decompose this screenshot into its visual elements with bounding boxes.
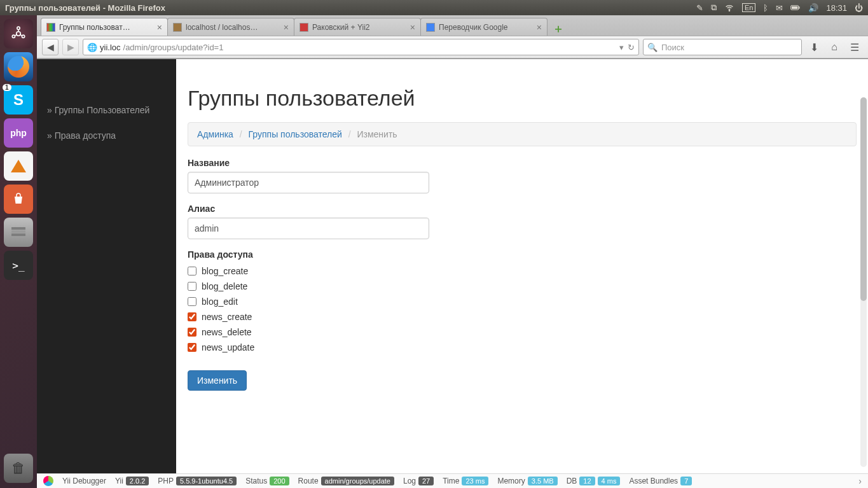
clock[interactable]: 18:31 [826,3,847,13]
volume-icon[interactable]: 🔊 [808,3,818,13]
log-count: 27 [418,477,434,485]
field-alias: Алиас [188,204,857,239]
svg-point-5 [17,27,20,29]
permission-checkbox[interactable] [188,328,196,337]
status-code: 200 [270,477,289,485]
breadcrumb-link[interactable]: Группы пользователей [249,129,342,139]
submit-button[interactable]: Изменить [188,370,247,391]
sidebar-item-groups[interactable]: » Группы Пользователей [37,97,176,123]
downloads-button[interactable]: ⬇ [806,39,822,55]
close-icon[interactable]: × [157,22,162,32]
search-icon: 🔍 [647,43,658,52]
breadcrumb: Админка / Группы пользователей / Изменит… [188,122,857,146]
feather-icon[interactable]: ✎ [696,3,703,13]
permission-row: blog_delete [188,279,857,294]
close-icon[interactable]: × [537,22,542,32]
svg-rect-11 [11,227,25,230]
url-bar[interactable]: 🌐 yii.loc/admin/groups/update?id=1 ▾↻ [83,39,639,55]
memory-value: 3.5 MB [528,477,558,485]
close-icon[interactable]: × [410,22,415,32]
tab-label: localhost / localhos… [186,23,258,32]
yii-version: 2.0.2 [126,477,149,485]
history-dropdown-icon[interactable]: ▾ [619,43,624,52]
bluetooth-icon[interactable]: ᛒ [763,3,768,13]
window-title: Группы пользователей - Mozilla Firefox [5,3,696,13]
tab-label: Группы пользоват… [59,23,130,32]
globe-icon: 🌐 [87,43,97,52]
permission-row: news_update [188,340,857,355]
sidebar-item-permissions[interactable]: » Права доступа [37,123,176,148]
alias-label: Алиас [188,204,857,214]
name-input[interactable] [188,172,429,193]
browser-tab[interactable]: Раковский + Yii2 × [294,18,421,36]
breadcrumb-link[interactable]: Админка [197,129,233,139]
db-count: 12 [579,477,595,485]
launcher-phpstorm[interactable]: php [4,118,33,148]
scrollbar-thumb[interactable] [860,97,867,301]
favicon-icon [46,23,55,32]
permission-label: news_create [202,312,252,322]
new-tab-button[interactable]: ＋ [551,22,566,36]
forward-button[interactable]: ▶ [62,39,79,55]
search-bar[interactable]: 🔍 Поиск [643,39,802,55]
reload-icon[interactable]: ↻ [628,43,635,52]
chevron-right-icon[interactable]: › [858,476,862,486]
launcher-skype[interactable]: 1S [4,85,33,115]
mail-icon[interactable]: ✉ [776,3,783,13]
favicon-icon [426,23,435,32]
svg-line-10 [20,35,22,36]
permission-checkbox[interactable] [188,343,196,352]
launcher-vlc[interactable] [4,151,33,181]
svg-rect-13 [11,234,25,236]
wifi-icon[interactable] [724,3,734,13]
route-value: admin/groups/update [321,477,394,485]
launcher-trash[interactable]: 🗑 [4,454,33,483]
permission-label: blog_create [202,266,248,276]
yii-debug-toolbar[interactable]: Yii Debugger Yii 2.0.2 PHP 5.5.9-1ubuntu… [37,473,868,488]
permission-row: news_delete [188,324,857,340]
php-version: 5.5.9-1ubuntu4.5 [176,477,237,485]
field-permissions: Права доступа blog_createblog_deleteblog… [188,249,857,355]
permission-checkbox[interactable] [188,297,196,306]
page-title: Группы пользователей [188,86,857,111]
scrollbar[interactable] [860,97,867,467]
permission-label: blog_edit [202,296,238,307]
db-time: 4 ms [598,477,621,485]
tabstrip: Группы пользоват… × localhost / localhos… [37,15,868,36]
browser-tab[interactable]: localhost / localhos… × [167,18,294,36]
favicon-icon [300,23,308,32]
alias-input[interactable] [188,218,429,239]
session-icon[interactable]: ⏻ [855,3,863,13]
launcher-files[interactable] [4,218,33,247]
permissions-label: Права доступа [188,249,857,260]
browser-tab[interactable]: Переводчик Google × [420,18,548,36]
menu-button[interactable]: ☰ [846,39,863,55]
content: Группы пользователей Админка / Группы по… [176,59,868,402]
permission-checkbox[interactable] [188,282,196,291]
permission-label: blog_delete [202,281,247,291]
dropbox-icon[interactable]: ⧉ [711,3,717,13]
page-viewport: ADMINCMS Admin ▼ » Группы Пользователей … [37,59,868,473]
svg-point-0 [729,10,729,11]
yii-logo-icon [43,476,53,486]
launcher-dash[interactable] [4,19,33,48]
keyboard-layout-indicator[interactable]: En [742,3,755,12]
svg-rect-12 [11,230,25,233]
permission-row: blog_edit [188,294,857,309]
launcher-software-center[interactable] [4,185,33,214]
svg-rect-2 [799,6,800,8]
launcher-firefox[interactable] [4,52,33,81]
battery-icon[interactable] [790,3,801,13]
browser-tab[interactable]: Группы пользоват… × [41,18,168,36]
home-button[interactable]: ⌂ [826,39,843,55]
svg-rect-3 [792,6,797,9]
launcher-terminal[interactable]: >_ [4,251,33,280]
field-name: Название [188,158,857,193]
tab-label: Раковский + Yii2 [312,23,369,32]
permission-row: blog_create [188,263,857,279]
permission-checkbox[interactable] [188,267,196,275]
permission-checkbox[interactable] [188,312,196,321]
yii-debugger-label: Yii Debugger [62,477,106,485]
close-icon[interactable]: × [284,22,289,32]
back-button[interactable]: ◀ [42,39,59,55]
